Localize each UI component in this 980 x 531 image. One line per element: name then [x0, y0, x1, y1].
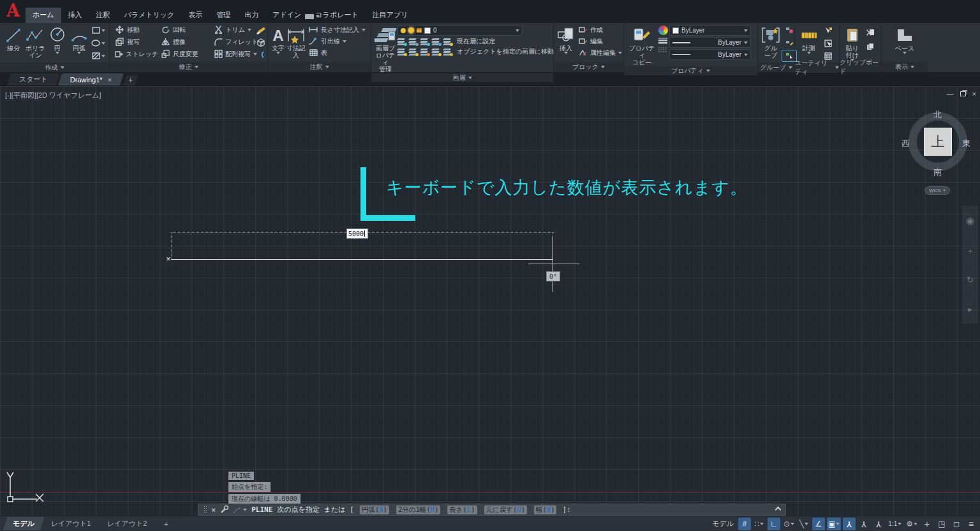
polyline-button[interactable]: ポリライン	[25, 24, 45, 61]
layer-tool-icon[interactable]	[420, 49, 429, 56]
object-color-dropdown[interactable]: ByLayer	[669, 25, 751, 36]
layer-tool-icon[interactable]	[432, 49, 440, 56]
arc-button[interactable]: 円弧	[69, 24, 89, 61]
hatch-tool-button[interactable]	[91, 50, 106, 62]
panel-label-group[interactable]: グループ	[758, 63, 794, 72]
linear-dimension-button[interactable]: 長さ寸法記入	[307, 24, 368, 35]
layer-color-swatch[interactable]	[424, 27, 431, 34]
select-all-button[interactable]	[820, 37, 836, 49]
object-snap-tracking-icon[interactable]: ∠	[812, 518, 825, 530]
close-command-line-icon[interactable]: ×	[211, 505, 216, 514]
pan-icon[interactable]: +	[968, 246, 973, 256]
stretch-button[interactable]: ストレッチ	[113, 49, 159, 59]
line-button[interactable]: 線分	[3, 24, 24, 61]
tab-annotate[interactable]: 注釈	[89, 8, 117, 23]
tab-parametric[interactable]: パラメトリック	[117, 8, 182, 23]
layer-tool-icon[interactable]	[420, 38, 429, 45]
navigation-wheel-icon[interactable]: ◉	[966, 215, 974, 227]
close-tab-icon[interactable]: ×	[108, 76, 112, 84]
tab-manage[interactable]: 管理	[209, 8, 237, 23]
match-properties-button[interactable]: プロパティ コピー	[627, 24, 657, 66]
lineweight-dropdown[interactable]: ByLayer	[669, 37, 751, 48]
viewcube-south[interactable]: 南	[933, 167, 942, 178]
layer-freeze-sun-icon[interactable]	[408, 27, 414, 33]
panel-label-properties[interactable]: プロパティ	[624, 66, 757, 75]
leader-button[interactable]: 引出線	[307, 36, 368, 47]
fillet-button[interactable]: フィレット	[212, 36, 253, 47]
close-icon[interactable]: ×	[972, 90, 976, 98]
tab-output[interactable]: 出力	[237, 8, 265, 23]
color-wheel-icon[interactable]	[658, 26, 668, 35]
annotation-monitor-icon[interactable]: +	[921, 518, 933, 530]
group-button[interactable]: グループ	[761, 24, 780, 61]
layer-tool-icon[interactable]	[409, 38, 417, 45]
cut-button[interactable]	[863, 26, 878, 38]
clean-screen-icon[interactable]: ◻	[950, 518, 963, 530]
option-undo[interactable]: 元に戻す(U)	[484, 505, 527, 514]
panel-label-annotate[interactable]: 注釈	[268, 62, 371, 72]
ellipse-tool-button[interactable]	[91, 37, 106, 49]
layer-tool-icon[interactable]	[397, 49, 406, 56]
snap-mode-icon[interactable]: ∷	[753, 518, 766, 530]
copy-clip-button[interactable]	[863, 40, 878, 52]
panel-label-view[interactable]: 表示	[882, 62, 928, 72]
panel-label-create[interactable]: 作成	[0, 63, 109, 72]
navigation-bar[interactable]: ◉ + ↻ ▸	[962, 206, 978, 324]
expand-command-history-icon[interactable]	[775, 507, 782, 513]
model-tab[interactable]: モデル	[3, 517, 45, 530]
recent-commands-icon[interactable]	[233, 507, 247, 513]
polar-tracking-icon[interactable]: ⊙	[782, 518, 796, 530]
new-layout-button[interactable]: +	[154, 518, 177, 530]
table-button[interactable]: 表	[307, 47, 368, 58]
autoscale-annotation-icon[interactable]: Y	[858, 518, 870, 530]
viewcube-top-face[interactable]: 上	[924, 128, 952, 156]
customization-menu-icon[interactable]: ≡	[965, 518, 977, 530]
option-arc[interactable]: 円弧(A)	[360, 505, 389, 514]
viewcube-east[interactable]: 東	[962, 138, 970, 149]
drag-grip-icon[interactable]	[204, 505, 207, 514]
linetype-dropdown[interactable]: ByLayer	[669, 49, 751, 60]
circle-button[interactable]: 円	[47, 24, 68, 61]
annotation-scale-icon[interactable]: Y	[872, 518, 885, 530]
measure-button[interactable]: 計測	[798, 24, 819, 61]
option-width[interactable]: 幅(W)	[534, 505, 556, 514]
option-halfwidth[interactable]: 2分の1幅(H)	[396, 505, 440, 514]
layer-properties-button[interactable]: 画層プロパティ 管理	[375, 24, 396, 73]
command-line[interactable]: × PLINE 次の点を指定 または [ 円弧(A) 2分の1幅(H) 長さ(L…	[198, 504, 786, 516]
copy-button[interactable]: 複写	[113, 36, 159, 47]
viewcube-north[interactable]: 北	[933, 109, 942, 121]
layout1-tab[interactable]: レイアウト1	[41, 517, 100, 530]
text-button[interactable]: A 文字	[271, 24, 285, 61]
panel-label-block[interactable]: ブロック	[554, 62, 623, 72]
trim-button[interactable]: トリム	[212, 24, 253, 35]
scale-value-dropdown[interactable]: 1:1	[887, 518, 903, 530]
scale-button[interactable]: 尺度変更	[159, 49, 212, 59]
layer-tool-icon[interactable]	[432, 38, 440, 45]
panel-label-clipboard[interactable]: クリップボード	[840, 62, 881, 72]
option-length[interactable]: 長さ(L)	[447, 505, 477, 514]
wcs-dropdown[interactable]: WCS	[924, 186, 950, 195]
base-view-button[interactable]: ベース	[892, 24, 917, 61]
showmotion-icon[interactable]: ▸	[968, 304, 972, 314]
layer-on-bulb-icon[interactable]	[401, 28, 406, 33]
rotate-button[interactable]: 回転	[159, 24, 212, 35]
explode-button[interactable]	[253, 36, 269, 49]
isometric-drafting-icon[interactable]: ╲	[798, 518, 810, 530]
new-drawing-tab-button[interactable]: +	[123, 75, 138, 86]
drawing-canvas[interactable]: [-][平面図][2D ワイヤフレーム] — × 北 西 東 南 上 WCS ◉…	[0, 86, 980, 516]
layer-tool-icon[interactable]	[409, 49, 417, 56]
lineweight-icon[interactable]	[658, 37, 668, 45]
file-tab-start[interactable]: スタート	[7, 73, 60, 86]
restore-icon[interactable]	[960, 91, 966, 96]
edit-block-button[interactable]: 編集	[576, 36, 624, 47]
panel-label-modify[interactable]: 修正	[110, 62, 267, 72]
workspace-gear-icon[interactable]: ⚙	[905, 518, 919, 530]
panel-label-utilities[interactable]: ユーティリティ	[795, 63, 839, 73]
tab-insert[interactable]: 挿入	[61, 8, 89, 23]
tab-view[interactable]: 表示	[181, 8, 209, 23]
ribbon-display-toggle[interactable]	[305, 14, 320, 19]
tab-home[interactable]: ホーム	[26, 8, 61, 23]
layer-tool-icon[interactable]	[397, 38, 406, 45]
layer-select-dropdown[interactable]: 0	[397, 25, 523, 36]
grid-toggle-icon[interactable]: #	[738, 518, 751, 530]
